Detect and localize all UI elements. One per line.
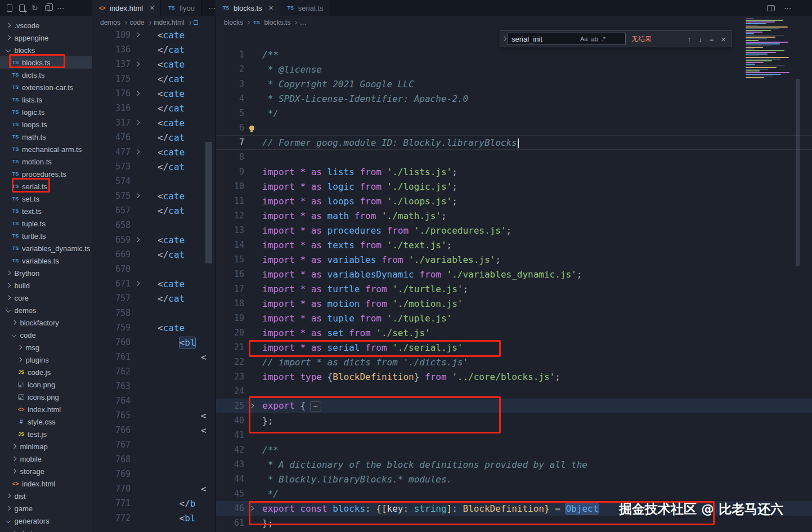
- sidebar-item-dicts-ts[interactable]: TSdicts.ts: [0, 69, 92, 81]
- chevron-right-icon[interactable]: [17, 357, 22, 362]
- breadcrumb-item[interactable]: demos: [100, 19, 120, 26]
- editor-more-icon[interactable]: ⋯: [784, 3, 792, 12]
- breadcrumb-item[interactable]: code: [130, 19, 145, 26]
- code-line-21[interactable]: 21import * as serial from './serial.js': [216, 340, 812, 355]
- sidebar-item-motion-ts[interactable]: TSmotion.ts: [0, 155, 92, 168]
- sidebar-item-style-css[interactable]: #style.css: [0, 415, 92, 428]
- breadcrumb-item[interactable]: index.html: [154, 19, 185, 26]
- code-line-767[interactable]: 767: [92, 437, 216, 452]
- code-line-8[interactable]: 8: [216, 150, 812, 164]
- split-editor-icon[interactable]: [767, 5, 775, 11]
- code-line-759[interactable]: 759<cate: [92, 320, 216, 335]
- code-line-657[interactable]: 657</cat: [92, 203, 216, 218]
- chevron-down-icon[interactable]: [6, 48, 11, 52]
- chevron-right-icon[interactable]: [6, 494, 11, 498]
- sidebar-item-procedures-ts[interactable]: TSprocedures.ts: [0, 168, 92, 180]
- fold-collapsed-icon[interactable]: [131, 150, 144, 154]
- sidebar-item-turtle-ts[interactable]: TSturtle.ts: [0, 230, 92, 242]
- code-line-658[interactable]: 658: [92, 218, 216, 233]
- sidebar-item-variables-dynamic-ts[interactable]: TSvariables_dynamic.ts: [0, 242, 92, 254]
- code-line-42[interactable]: 42/**: [216, 442, 812, 457]
- code-line-772[interactable]: 772 <bl: [92, 511, 216, 525]
- code-line-4[interactable]: 4 * SPDX-License-Identifier: Apache-2.0: [216, 91, 812, 106]
- sidebar-folder-dart[interactable]: dart: [0, 527, 92, 532]
- sidebar-folder-mobile[interactable]: mobile: [0, 453, 92, 465]
- code-line-137[interactable]: 137<cate: [92, 57, 216, 71]
- sidebar-folder-game[interactable]: game: [0, 502, 92, 515]
- code-line-770[interactable]: 770 <: [92, 481, 216, 496]
- code-line-14[interactable]: 14import * as texts from './text.js';: [216, 238, 812, 252]
- sidebar-folder--vscode[interactable]: .vscode: [0, 19, 92, 32]
- sidebar-folder-code[interactable]: code: [0, 329, 92, 341]
- sidebar-folder-build[interactable]: build: [0, 279, 92, 292]
- code-line-659[interactable]: 659<cate: [92, 233, 216, 247]
- breadcrumb-item[interactable]: blocks.ts: [264, 19, 291, 26]
- chevron-right-icon[interactable]: [12, 320, 16, 325]
- code-line-671[interactable]: 671<cate: [92, 276, 216, 291]
- code-line-175[interactable]: 175</cat: [92, 71, 216, 86]
- folded-code-badge[interactable]: ⋯: [310, 401, 321, 412]
- file-icon[interactable]: [7, 5, 12, 12]
- sidebar-folder-dist[interactable]: dist: [0, 490, 92, 502]
- tab-index-html[interactable]: <> index.html ×: [92, 0, 161, 16]
- sidebar-item-extension-car-ts[interactable]: TSextension-car.ts: [0, 81, 92, 93]
- code-line-43[interactable]: 43 * A dictionary of the block definitio…: [216, 457, 812, 472]
- find-expand-handle[interactable]: [500, 31, 508, 47]
- code-line-3[interactable]: 3 * Copyright 2021 Google LLC: [216, 77, 812, 91]
- chevron-right-icon[interactable]: [12, 457, 16, 461]
- new-file-icon[interactable]: [19, 5, 25, 12]
- sidebar-folder-minimap[interactable]: minimap: [0, 440, 92, 453]
- chevron-right-icon[interactable]: [12, 469, 16, 473]
- chevron-right-icon[interactable]: [6, 296, 11, 300]
- chevron-down-icon[interactable]: [6, 518, 11, 523]
- fold-collapsed-icon[interactable]: [244, 507, 259, 510]
- chevron-right-icon[interactable]: [6, 35, 11, 40]
- code-line-1[interactable]: 1/**: [216, 47, 812, 62]
- code-line-765[interactable]: 765 <: [92, 408, 216, 423]
- code-line-2[interactable]: 2 * @license: [216, 62, 812, 77]
- code-line-17[interactable]: 17import * as turtle from './turtle.js';: [216, 281, 812, 296]
- code-line-766[interactable]: 766 <: [92, 423, 216, 437]
- sidebar-item-icons-png[interactable]: icons.png: [0, 391, 92, 403]
- sidebar-item-mechanical-arm-ts[interactable]: TSmechanical-arm.ts: [0, 143, 92, 155]
- close-icon[interactable]: ×: [269, 3, 273, 12]
- next-match-icon[interactable]: ↓: [698, 35, 702, 43]
- scrollbar-thumb[interactable]: [796, 79, 800, 266]
- fold-collapsed-icon[interactable]: [131, 92, 144, 95]
- code-line-477[interactable]: 477<cate: [92, 145, 216, 159]
- code-line-575[interactable]: 575<cate: [92, 189, 216, 203]
- minimap[interactable]: [746, 18, 796, 81]
- editor-index-html[interactable]: 109<cate136</cat137<cate175</cat176<cate…: [92, 28, 216, 532]
- sidebar-item-tuple-ts[interactable]: TStuple.ts: [0, 217, 92, 230]
- whole-word-icon[interactable]: ab: [591, 35, 598, 42]
- sidebar-item-serial-ts[interactable]: TSserial.ts: [0, 180, 92, 193]
- code-line-11[interactable]: 11import * as loops from './loops.js';: [216, 194, 812, 208]
- sidebar-item-text-ts[interactable]: TStext.ts: [0, 205, 92, 217]
- code-line-670[interactable]: 670: [92, 262, 216, 276]
- sidebar-item-index-html[interactable]: <>index.html: [0, 477, 92, 490]
- scrollbar-thumb[interactable]: [205, 142, 212, 263]
- sidebar-item-icon-png[interactable]: icon.png: [0, 378, 92, 391]
- find-input[interactable]: [512, 35, 577, 43]
- sidebar-item-set-ts[interactable]: TSset.ts: [0, 193, 92, 205]
- sidebar-item-loops-ts[interactable]: TSloops.ts: [0, 118, 92, 131]
- chevron-down-icon[interactable]: [6, 308, 11, 312]
- code-line-768[interactable]: 768: [92, 452, 216, 467]
- code-line-23[interactable]: 23import type {BlockDefinition} from '..…: [216, 369, 812, 384]
- code-line-476[interactable]: 476</cat: [92, 130, 216, 145]
- code-line-764[interactable]: 764: [92, 394, 216, 408]
- code-line-762[interactable]: 762: [92, 364, 216, 379]
- code-line-760[interactable]: 760 <bl: [92, 335, 216, 350]
- sidebar-folder-storage[interactable]: storage: [0, 465, 92, 477]
- chevron-right-icon[interactable]: [6, 506, 11, 511]
- chevron-right-icon[interactable]: [12, 444, 16, 449]
- sidebar-item-test-js[interactable]: JStest.js: [0, 428, 92, 440]
- sidebar-folder-generators[interactable]: generators: [0, 515, 92, 527]
- sidebar-folder-plugins[interactable]: plugins: [0, 354, 92, 366]
- fold-collapsed-icon[interactable]: [244, 404, 259, 408]
- tab-flyout[interactable]: TS flyou: [161, 0, 201, 16]
- code-line-12[interactable]: 12import * as math from './math.js';: [216, 208, 812, 223]
- code-line-109[interactable]: 109<cate: [92, 28, 216, 42]
- sidebar-folder-appengine[interactable]: appengine: [0, 32, 92, 44]
- sidebar-item-logic-ts[interactable]: TSlogic.ts: [0, 106, 92, 118]
